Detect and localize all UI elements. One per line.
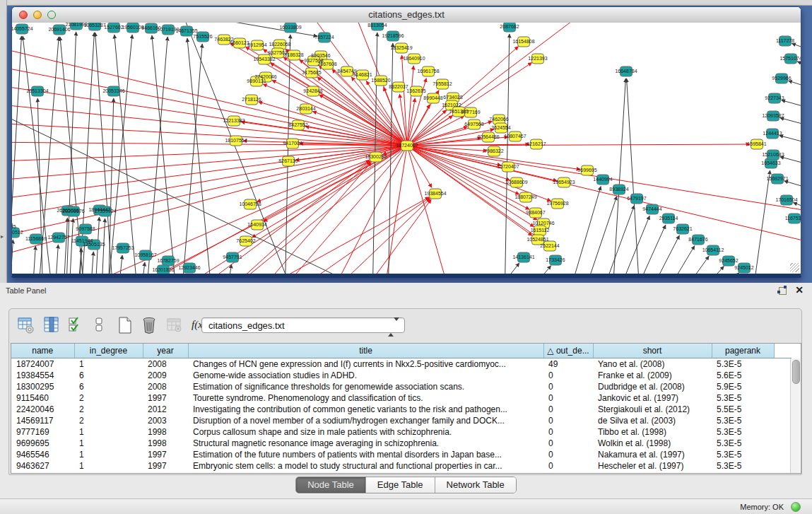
table-cell[interactable]: 9115460 bbox=[11, 392, 74, 404]
close-panel-icon[interactable]: ✕ bbox=[795, 284, 804, 296]
table-cell[interactable]: 22420046 bbox=[11, 404, 74, 415]
table-cell[interactable]: 1 bbox=[74, 460, 143, 472]
table-cell[interactable]: 1998 bbox=[143, 438, 188, 449]
table-cell[interactable]: Structural magnetic resonance image aver… bbox=[188, 438, 543, 449]
column-header-title[interactable]: title bbox=[188, 344, 543, 358]
table-cell[interactable]: 9463627 bbox=[11, 460, 74, 472]
table-row[interactable]: 977716911998Corpus callosum shape and si… bbox=[11, 426, 792, 438]
table-cell[interactable]: 1 bbox=[74, 358, 143, 370]
table-cell[interactable]: 5.5E-5 bbox=[712, 404, 774, 415]
table-cell[interactable]: Tourette syndrome. Phenomenology and cla… bbox=[188, 392, 543, 404]
table-cell[interactable]: Disruption of a novel member of a sodium… bbox=[188, 415, 543, 426]
table-cell[interactable]: Corpus callosum shape and size in male p… bbox=[188, 426, 543, 438]
table-row[interactable]: 946362711997Embryonic stem cells: a mode… bbox=[11, 460, 792, 472]
table-cell[interactable]: 1997 bbox=[143, 460, 188, 472]
column-header-in_degree[interactable]: in_degree bbox=[74, 344, 143, 358]
panel-collapse-arrow-icon[interactable]: ▸ bbox=[1, 233, 4, 240]
memory-status-icon[interactable] bbox=[791, 502, 801, 512]
table-cell[interactable]: 2003 bbox=[143, 415, 188, 426]
table-row[interactable]: 969969511998Structural magnetic resonanc… bbox=[11, 438, 792, 449]
table-cell[interactable]: 19384554 bbox=[11, 370, 74, 381]
table-cell[interactable]: 0 bbox=[543, 392, 593, 404]
table-cell[interactable]: 5.3E-5 bbox=[712, 415, 774, 426]
column-header-year[interactable]: year bbox=[143, 344, 188, 358]
column-header-out_de[interactable]: △ out_de... bbox=[543, 344, 593, 358]
table-cell[interactable]: 0 bbox=[543, 460, 593, 472]
table-cell[interactable]: 18724007 bbox=[11, 358, 74, 370]
network-window-titlebar[interactable]: citations_edges.txt bbox=[12, 7, 801, 23]
new-column-icon[interactable] bbox=[117, 316, 134, 334]
column-header-name[interactable]: name bbox=[11, 344, 74, 358]
table-cell[interactable]: 1997 bbox=[143, 449, 188, 460]
table-row[interactable]: 1456911722003Disruption of a novel membe… bbox=[11, 415, 792, 426]
table-cell[interactable]: 0 bbox=[543, 415, 593, 426]
table-row[interactable]: 2242004622012Investigating the contribut… bbox=[11, 404, 792, 415]
table-cell[interactable]: 2012 bbox=[143, 404, 188, 415]
table-cell[interactable]: 6 bbox=[74, 370, 143, 381]
table-cell[interactable]: Yano et al. (2008) bbox=[593, 358, 712, 370]
network-canvas[interactable]: 1872400718300295193845548912954182260589… bbox=[12, 23, 801, 274]
table-cell[interactable]: Estimation of significance thresholds fo… bbox=[188, 381, 543, 392]
table-cell[interactable]: Wolkin et al. (1998) bbox=[593, 438, 712, 449]
vertical-scrollbar[interactable] bbox=[790, 358, 800, 473]
table-cell[interactable]: 2009 bbox=[143, 370, 188, 381]
show-columns-icon[interactable] bbox=[43, 316, 60, 334]
delete-columns-icon[interactable] bbox=[141, 316, 158, 334]
table-row[interactable]: 1938455462009Genome-wide association stu… bbox=[11, 370, 792, 381]
table-cell[interactable]: 14569117 bbox=[11, 415, 74, 426]
table-cell[interactable]: 1997 bbox=[143, 392, 188, 404]
table-cell[interactable]: 0 bbox=[543, 449, 593, 460]
table-cell[interactable]: 49 bbox=[543, 358, 593, 370]
table-cell[interactable]: 2 bbox=[74, 392, 143, 404]
tab-network-table[interactable]: Network Table bbox=[435, 477, 516, 493]
table-cell[interactable]: 5.3E-5 bbox=[712, 438, 774, 449]
network-window[interactable]: citations_edges.txt 18724007183002951938… bbox=[11, 6, 801, 278]
table-row[interactable]: 946554611997Estimation of the future num… bbox=[11, 449, 792, 460]
table-cell[interactable]: 0 bbox=[543, 426, 593, 438]
table-cell[interactable]: Jankovic et al. (1997) bbox=[593, 392, 712, 404]
table-cell[interactable]: 5.6E-5 bbox=[712, 370, 774, 381]
table-cell[interactable]: 2 bbox=[74, 404, 143, 415]
tab-edge-table[interactable]: Edge Table bbox=[366, 477, 435, 493]
table-cell[interactable]: 5.3E-5 bbox=[712, 460, 774, 472]
table-cell[interactable]: 5.3E-5 bbox=[712, 426, 774, 438]
table-cell[interactable]: 2008 bbox=[143, 358, 188, 370]
table-cell[interactable]: 9465546 bbox=[11, 449, 74, 460]
table-cell[interactable]: 1 bbox=[74, 426, 143, 438]
tab-node-table[interactable]: Node Table bbox=[296, 477, 366, 493]
table-row[interactable]: 1830029562008Estimation of significance … bbox=[11, 381, 792, 392]
table-cell[interactable]: 2 bbox=[74, 415, 143, 426]
table-cell[interactable]: 0 bbox=[543, 404, 593, 415]
table-cell[interactable]: 0 bbox=[543, 381, 593, 392]
select-columns-icon[interactable] bbox=[67, 316, 84, 334]
table-cell[interactable]: Estimation of the future numbers of pati… bbox=[188, 449, 543, 460]
table-cell[interactable]: 0 bbox=[543, 370, 593, 381]
citation-graph[interactable]: 1872400718300295193845548912954182260589… bbox=[12, 23, 801, 274]
table-cell[interactable]: 1 bbox=[74, 449, 143, 460]
table-cell[interactable]: 1 bbox=[74, 438, 143, 449]
table-cell[interactable]: 9699695 bbox=[11, 438, 74, 449]
table-cell[interactable]: Nakamura et al. (1997) bbox=[593, 449, 712, 460]
table-cell[interactable]: Franke et al. (2009) bbox=[593, 370, 712, 381]
table-cell[interactable]: Investigating the contribution of common… bbox=[188, 404, 543, 415]
delete-table-icon[interactable] bbox=[166, 316, 183, 334]
table-cell[interactable]: 1998 bbox=[143, 426, 188, 438]
float-window-icon[interactable] bbox=[777, 286, 787, 295]
table-cell[interactable]: 9777169 bbox=[11, 426, 74, 438]
table-cell[interactable]: 0 bbox=[543, 438, 593, 449]
column-header-short[interactable]: short bbox=[593, 344, 712, 358]
table-cell[interactable]: 6 bbox=[74, 381, 143, 392]
table-cell[interactable]: 5.3E-5 bbox=[712, 358, 774, 370]
table-cell[interactable]: Stergiakouli et al. (2012) bbox=[593, 404, 712, 415]
table-mode-icon[interactable] bbox=[18, 316, 35, 334]
table-cell[interactable]: Hescheler et al. (1997) bbox=[593, 460, 712, 472]
table-cell[interactable]: 18300295 bbox=[11, 381, 74, 392]
table-cell[interactable]: 5.9E-5 bbox=[712, 381, 774, 392]
table-cell[interactable]: de Silva et al. (2003) bbox=[593, 415, 712, 426]
row-height-icon[interactable] bbox=[91, 316, 108, 334]
table-cell[interactable]: 5.3E-5 bbox=[712, 449, 774, 460]
table-selector-dropdown[interactable]: citations_edges.txt bbox=[201, 317, 405, 333]
table-cell[interactable]: Changes of HCN gene expression and I(f) … bbox=[188, 358, 543, 370]
table-cell[interactable]: Genome-wide association studies in ADHD. bbox=[188, 370, 543, 381]
table-row[interactable]: 1872400712008Changes of HCN gene express… bbox=[11, 358, 792, 370]
